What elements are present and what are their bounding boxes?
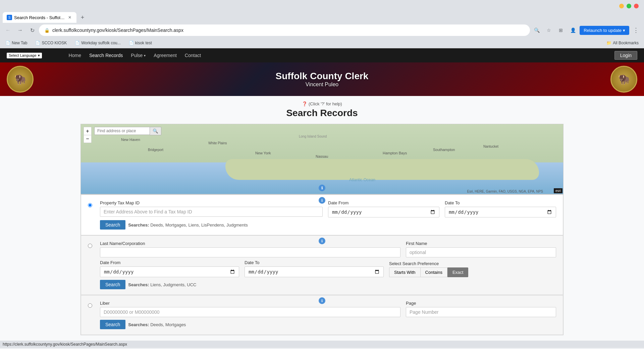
- preference-group: Starts With Contains Exact: [389, 267, 556, 277]
- new-tab-btn[interactable]: +: [78, 13, 87, 22]
- liber-input[interactable]: [100, 307, 400, 317]
- minimize-btn[interactable]: [619, 4, 624, 8]
- page-group: Page: [406, 301, 556, 317]
- maximize-btn[interactable]: [627, 4, 631, 8]
- close-btn[interactable]: [634, 4, 639, 8]
- section2-action-row: Search Searches: Liens, Judgments, UCC: [100, 280, 556, 289]
- refresh-btn[interactable]: ↻: [27, 25, 38, 36]
- section2-info-btn[interactable]: ℹ: [319, 238, 325, 244]
- section2-date-to-input[interactable]: [245, 266, 384, 277]
- map-search-btn[interactable]: 🔍: [150, 127, 161, 135]
- status-bar: https://clerk.suffolkcountyny.gov/kiosk/…: [0, 341, 644, 348]
- bookmark-icon: 📄: [35, 41, 40, 45]
- section3-search-btn[interactable]: Search: [100, 320, 125, 329]
- bookmark-icon: 📄: [75, 41, 80, 45]
- map-attribution: Esri, HERE, Garmin, FAO, USGS, NGA, EPA,…: [467, 190, 543, 193]
- liber-group: Liber: [100, 301, 400, 317]
- tab-close-btn[interactable]: ✕: [67, 15, 72, 20]
- section2-date-from-label: Date From: [100, 260, 239, 265]
- pref-starts-with-btn[interactable]: Starts With: [389, 267, 420, 277]
- section1-search-btn[interactable]: Search: [100, 220, 125, 230]
- page-content: Select Language ▾ Home Search Records Pu…: [0, 48, 644, 348]
- search-pref-group: Select Search Preference Starts With Con…: [389, 261, 556, 277]
- section1-form-row: Property Tax Map ID Date From Date To: [100, 200, 556, 217]
- section2-form-row2: Date From Date To Select Search Preferen…: [100, 260, 556, 277]
- main-content: ❓ (Click '?' for help) Search Records Ne…: [74, 96, 570, 341]
- search-icon[interactable]: 🔍: [531, 25, 542, 36]
- bookmark-kisok-test[interactable]: 📄 kisok test: [126, 39, 155, 47]
- first-name-group: First Name: [406, 241, 556, 257]
- first-name-label: First Name: [406, 241, 556, 246]
- relaunch-btn[interactable]: Relaunch to update ▾: [580, 26, 629, 35]
- section1-date-to-input[interactable]: [445, 207, 556, 217]
- section3-row: Liber Page Search Searches:: [88, 301, 556, 329]
- esri-logo: esri: [554, 188, 562, 193]
- profile-icon[interactable]: 👤: [568, 25, 578, 36]
- nav-bar: ← → ↻ 🔒 clerk.suffolkcountyny.gov/kiosk/…: [0, 23, 644, 38]
- map-zoom-out-btn[interactable]: −: [84, 135, 92, 143]
- section3-action-row: Search Searches: Deeds, Mortgages: [100, 320, 556, 329]
- map-info-btn[interactable]: ℹ: [319, 185, 325, 191]
- pref-exact-btn[interactable]: Exact: [447, 267, 469, 277]
- search-sections-wrapper: ℹ Property Tax Map ID Date Fr: [80, 194, 564, 335]
- back-btn[interactable]: ←: [3, 25, 13, 36]
- page-input[interactable]: [406, 307, 556, 317]
- property-tax-input[interactable]: [100, 207, 323, 217]
- section1-date-to-group: Date To: [445, 200, 556, 217]
- bookmark-scco-kiosk[interactable]: 📄 SCCO KIOSK: [33, 39, 69, 47]
- last-name-input[interactable]: [100, 247, 400, 257]
- active-tab[interactable]: S Search Records - Suffolk Coun ✕: [3, 12, 76, 23]
- nav-pulse[interactable]: Pulse ▾: [131, 53, 146, 58]
- section2-searches-text: Searches: Liens, Judgments, UCC: [128, 282, 196, 287]
- extensions-icon[interactable]: ⊞: [555, 25, 566, 36]
- section2-date-from-group: Date From: [100, 260, 239, 277]
- section-liber: ℹ Liber Page: [81, 295, 563, 335]
- map-container: New Haven Bridgeport White Plains New Yo…: [80, 124, 564, 194]
- bookmark-new-tab[interactable]: 📄 New Tab: [3, 39, 30, 47]
- section3-radio-col: [88, 301, 95, 308]
- nav-home[interactable]: Home: [69, 53, 81, 58]
- section1-radio-col: [88, 200, 95, 207]
- nav-search-records[interactable]: Search Records: [89, 53, 123, 58]
- section1-searches-text: Searches: Deeds, Mortgages, Liens, LisPe…: [128, 222, 248, 228]
- lock-icon: 🔒: [44, 28, 50, 33]
- forward-btn[interactable]: →: [15, 25, 25, 36]
- section1-radio[interactable]: [88, 203, 92, 207]
- section2-date-to-label: Date To: [245, 260, 384, 265]
- google-translate[interactable]: Select Language ▾: [7, 53, 42, 58]
- liber-label: Liber: [100, 301, 400, 306]
- section3-searches-text: Searches: Deeds, Mortgages: [128, 322, 186, 327]
- section1-date-from-group: Date From: [328, 200, 439, 217]
- nav-contact[interactable]: Contact: [185, 53, 201, 58]
- page-title: Search Records: [80, 108, 564, 118]
- tab-favicon: S: [7, 15, 12, 20]
- hero-title: Suffolk County Clerk: [276, 71, 369, 82]
- login-btn[interactable]: Login: [614, 51, 637, 60]
- section3-info-btn[interactable]: ℹ: [319, 297, 325, 304]
- section1-info-btn[interactable]: ℹ: [319, 197, 325, 204]
- map-zoom-in-btn[interactable]: +: [84, 127, 92, 135]
- tab-title: Search Records - Suffolk Coun: [14, 15, 65, 20]
- bookmark-star-icon[interactable]: ☆: [543, 25, 554, 36]
- first-name-input[interactable]: [406, 247, 556, 257]
- section2-row: Last Name/Corporation First Name Date Fr…: [88, 241, 556, 289]
- address-bar[interactable]: 🔒 clerk.suffolkcountyny.gov/kiosk/Search…: [39, 24, 530, 36]
- nav-agreement[interactable]: Agreement: [154, 53, 176, 58]
- chevron-down-icon: ▾: [623, 28, 625, 33]
- chevron-down-icon: ▾: [38, 53, 40, 58]
- section3-radio[interactable]: [88, 303, 92, 308]
- status-url: https://clerk.suffolkcountyny.gov/kiosk/…: [3, 342, 127, 347]
- section2-date-from-input[interactable]: [100, 266, 239, 277]
- tab-bar: S Search Records - Suffolk Coun ✕ +: [0, 12, 644, 23]
- pref-contains-btn[interactable]: Contains: [420, 267, 447, 277]
- browser-chrome: S Search Records - Suffolk Coun ✕ + ← → …: [0, 0, 644, 48]
- section2-search-btn[interactable]: Search: [100, 280, 125, 289]
- section1-fields: Property Tax Map ID Date From Date To: [100, 200, 556, 230]
- all-bookmarks-btn[interactable]: 📁 All Bookmarks: [604, 39, 641, 47]
- menu-btn[interactable]: ⋮: [631, 25, 641, 36]
- bookmark-workday[interactable]: 📄 Workday suffolk cou...: [72, 39, 123, 47]
- title-bar: [0, 0, 644, 12]
- section2-radio[interactable]: [88, 244, 92, 248]
- section1-date-from-input[interactable]: [328, 207, 439, 217]
- bookmarks-bar: 📄 New Tab 📄 SCCO KIOSK 📄 Workday suffolk…: [0, 38, 644, 48]
